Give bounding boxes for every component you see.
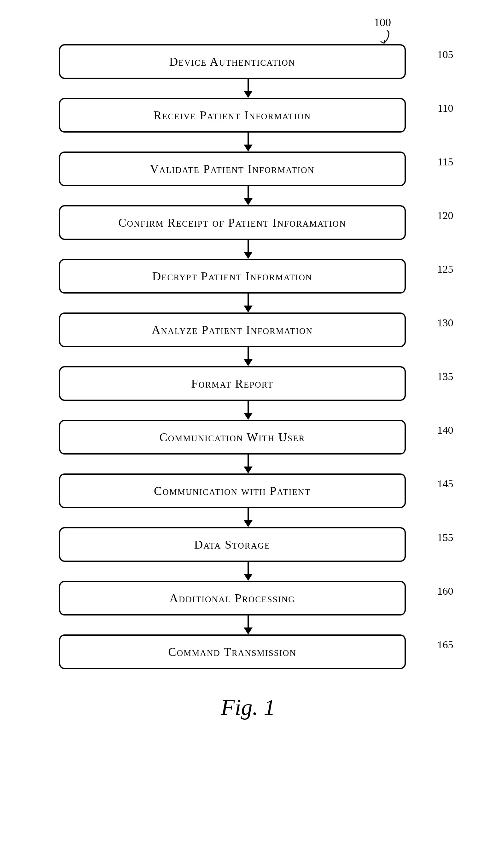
step-row: Additional Processing160 (59, 581, 437, 615)
arrow-7 (75, 454, 422, 474)
step-row: Communication With User140 (59, 420, 437, 454)
step-160-label: Additional Processing (169, 591, 295, 605)
step-105-box: Device Authentication105 (59, 44, 406, 79)
arrow-1 (75, 133, 422, 151)
arrow-head-6 (244, 413, 252, 420)
page-container: 100 Device Authentication105Receive Pati… (0, 0, 496, 868)
arrow-line-8 (248, 508, 249, 520)
arrow-head-5 (244, 359, 252, 366)
step-140-label: Communication With User (159, 430, 305, 444)
arrow-5 (75, 347, 422, 366)
step-120-label: Confirm Receipt of Patient Inforamation (118, 215, 346, 229)
arrow-4 (75, 294, 422, 313)
arrow-line-4 (248, 294, 249, 305)
arrow-line-5 (248, 347, 249, 359)
step-130-box: Analyze Patient Information130 (59, 313, 406, 347)
step-row: Receive Patient Information110 (59, 98, 437, 133)
arrow-head-2 (244, 198, 252, 205)
step-115-ref-label: 115 (438, 156, 453, 168)
arrow-6 (75, 401, 422, 420)
step-165-label: Command Transmission (168, 645, 296, 659)
arrow-head-0 (244, 91, 252, 98)
step-120-box: Confirm Receipt of Patient Inforamation1… (59, 205, 406, 240)
step-row: Command Transmission165 (59, 634, 437, 669)
arrow-line-0 (248, 79, 249, 91)
arrow-8 (75, 508, 422, 527)
step-125-box: Decrypt Patient Information125 (59, 259, 406, 294)
arrow-head-1 (244, 145, 252, 151)
step-135-ref-label: 135 (437, 371, 453, 383)
step-row: Analyze Patient Information130 (59, 313, 437, 347)
step-row: Device Authentication105 (59, 44, 437, 79)
step-row: Validate Patient Information115 (59, 151, 437, 186)
arrow-9 (75, 562, 422, 581)
step-row: Communication with Patient145 (59, 474, 437, 508)
step-135-label: Format Report (191, 377, 273, 390)
figure-label: Fig. 1 (221, 694, 275, 721)
step-155-ref-label: 155 (437, 532, 453, 543)
step-145-ref-label: 145 (437, 478, 453, 490)
step-row: Data Storage155 (59, 527, 437, 562)
step-110-box: Receive Patient Information110 (59, 98, 406, 133)
step-130-label: Analyze Patient Information (152, 323, 313, 337)
flow-container: Device Authentication105Receive Patient … (59, 44, 437, 669)
step-row: Decrypt Patient Information125 (59, 259, 437, 294)
arrow-head-10 (244, 628, 252, 634)
step-125-label: Decrypt Patient Information (152, 269, 312, 283)
arrow-head-3 (244, 252, 252, 259)
arrow-2 (75, 186, 422, 205)
arrow-line-3 (248, 240, 249, 252)
step-140-box: Communication With User140 (59, 420, 406, 454)
step-160-box: Additional Processing160 (59, 581, 406, 615)
arrow-line-1 (248, 133, 249, 145)
arrow-head-4 (244, 305, 252, 313)
top-ref-label: 100 (374, 16, 391, 29)
step-145-box: Communication with Patient145 (59, 474, 406, 508)
step-145-label: Communication with Patient (154, 484, 311, 498)
step-165-box: Command Transmission165 (59, 634, 406, 669)
step-160-ref-label: 160 (437, 585, 453, 597)
step-140-ref-label: 140 (437, 424, 453, 436)
step-115-box: Validate Patient Information115 (59, 151, 406, 186)
arrow-10 (75, 615, 422, 634)
step-135-box: Format Report135 (59, 366, 406, 401)
step-row: Confirm Receipt of Patient Inforamation1… (59, 205, 437, 240)
step-165-ref-label: 165 (437, 639, 453, 651)
step-110-ref-label: 110 (438, 102, 453, 114)
arrow-3 (75, 240, 422, 259)
arrow-0 (75, 79, 422, 98)
step-105-label: Device Authentication (169, 55, 295, 69)
step-120-ref-label: 120 (437, 210, 453, 222)
arrow-line-10 (248, 615, 249, 628)
step-row: Format Report135 (59, 366, 437, 401)
arrow-line-6 (248, 401, 249, 413)
step-115-label: Validate Patient Information (150, 162, 315, 176)
arrow-line-9 (248, 562, 249, 574)
step-125-ref-label: 125 (437, 263, 453, 275)
step-110-label: Receive Patient Information (154, 108, 311, 122)
arrow-head-7 (244, 466, 252, 474)
step-155-box: Data Storage155 (59, 527, 406, 562)
step-155-label: Data Storage (194, 538, 270, 551)
arrow-line-2 (248, 186, 249, 198)
step-105-ref-label: 105 (437, 49, 453, 61)
arrow-head-9 (244, 574, 252, 581)
arrow-line-7 (248, 454, 249, 466)
arrow-head-8 (244, 520, 252, 527)
step-130-ref-label: 130 (437, 317, 453, 329)
